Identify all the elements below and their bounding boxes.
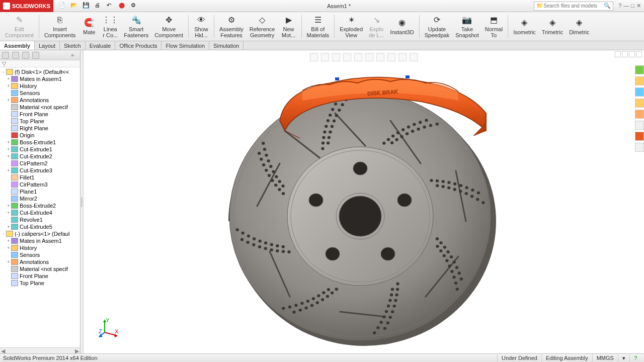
tree-item[interactable]: +Annotations [0, 97, 80, 104]
tree-item[interactable]: Revolve1 [0, 216, 80, 223]
ribbon-bill-of-materials[interactable]: ☰Bill ofMaterials [304, 13, 333, 40]
fm-tab-3[interactable] [22, 52, 29, 59]
ribbon-take-snapshot[interactable]: 📷TakeSnapshot [452, 13, 481, 40]
tree-item[interactable]: +Cut-Extrude4 [0, 209, 80, 216]
tree-item[interactable]: CirPattern3 [0, 181, 80, 188]
tree-item[interactable]: +Cut-Extrude5 [0, 223, 80, 230]
tp-file-explorer-icon[interactable] [635, 87, 644, 97]
tree-item[interactable]: +Cut-Extrude3 [0, 167, 80, 174]
vp-close-icon[interactable] [636, 51, 642, 57]
ribbon-update-speedpak[interactable]: ⟳UpdateSpeedpak [422, 13, 453, 40]
expand-icon[interactable]: + [6, 245, 11, 250]
tp-view-palette-icon[interactable] [635, 99, 644, 108]
fm-tab-2[interactable] [12, 52, 19, 59]
tree-item[interactable]: Mirror2 [0, 195, 80, 202]
tree-item[interactable]: +History [0, 82, 80, 89]
expand-icon[interactable]: + [6, 147, 11, 152]
ribbon-linear-co[interactable]: ⋮⋮Linear Co... [100, 13, 121, 40]
tree-item[interactable]: +History [0, 244, 80, 251]
tree-item[interactable]: Origin [0, 132, 80, 139]
tree-item[interactable]: Front Plane [0, 111, 80, 118]
search-input[interactable] [543, 3, 604, 9]
ribbon-instant3d[interactable]: ◉Instant3D [387, 13, 417, 40]
search-icon[interactable]: 🔍 [604, 3, 611, 9]
tree-item[interactable]: Material <not specif [0, 104, 80, 111]
tree-item[interactable]: -(f) Disk<1> (Default<< [0, 68, 80, 75]
status-units[interactable]: MMGS [592, 354, 618, 362]
feature-tree[interactable]: -(f) Disk<1> (Default<<+Mates in Assem1+… [0, 67, 80, 347]
ribbon-insert-components[interactable]: ⎘InsertComponents [41, 13, 78, 40]
tp-custom-props-icon[interactable] [635, 121, 644, 130]
ribbon-smart-fasteners[interactable]: 🔩SmartFasteners [121, 13, 151, 40]
tree-item[interactable]: Fillet1 [0, 174, 80, 181]
tree-item[interactable]: +Mates in Assem1 [0, 75, 80, 82]
help-icon[interactable]: ? [618, 3, 621, 9]
tree-item[interactable]: -(-) calipers<1> (Defaul [0, 230, 80, 237]
expand-icon[interactable]: + [6, 140, 11, 145]
ribbon-isometric[interactable]: ◈Isometric [510, 13, 539, 40]
open-icon[interactable]: 📂 [70, 2, 78, 10]
ribbon-show-hidden[interactable]: 👁ShowHid... [191, 13, 212, 40]
vp-restore-icon[interactable] [629, 51, 635, 57]
vp-max-icon[interactable] [622, 51, 628, 57]
expand-icon[interactable]: + [6, 203, 11, 208]
cmdtab-simulation[interactable]: Simulation [209, 41, 244, 50]
ribbon-new-motion[interactable]: ▶NewMot... [278, 13, 299, 40]
ribbon-trimetric[interactable]: ◈Trimetric [539, 13, 566, 40]
filter-bar[interactable]: ▽ [0, 60, 80, 67]
vp-min-icon[interactable] [615, 51, 621, 57]
tp-design-lib-icon[interactable] [635, 76, 644, 85]
search-box[interactable]: 📁 🔍 [534, 2, 613, 11]
expand-icon[interactable]: - [1, 69, 6, 74]
cmdtab-evaluate[interactable]: Evaluate [86, 41, 116, 50]
ribbon-move-component[interactable]: ✥MoveComponent [151, 13, 186, 40]
expand-icon[interactable]: + [6, 259, 11, 264]
new-icon[interactable]: 📄 [58, 2, 66, 10]
expand-icon[interactable]: + [6, 224, 11, 229]
expand-icon[interactable]: + [6, 154, 11, 159]
ribbon-assembly-features[interactable]: ⚙AssemblyFeatures [216, 13, 247, 40]
ribbon-exploded-view[interactable]: ✶ExplodedView [337, 13, 366, 40]
undo-icon[interactable]: ↶ [107, 2, 115, 10]
tree-item[interactable]: +Boss-Extrude2 [0, 202, 80, 209]
ribbon-dimetric[interactable]: ◈Dimetric [566, 13, 592, 40]
status-help-icon[interactable]: ? [629, 354, 641, 362]
tp-resources-icon[interactable] [635, 65, 644, 74]
status-dropdown-icon[interactable]: ▾ [618, 354, 629, 362]
cmdtab-office-products[interactable]: Office Products [115, 41, 162, 50]
print-icon[interactable]: 🖨 [95, 2, 103, 10]
tree-item[interactable]: CirPattern2 [0, 160, 80, 167]
tree-item[interactable]: Top Plane [0, 280, 80, 287]
expand-icon[interactable]: + [6, 83, 11, 88]
ribbon-mate[interactable]: 🧲Mate [78, 13, 100, 40]
expand-icon[interactable]: + [6, 98, 11, 103]
tree-item[interactable]: Plane1 [0, 188, 80, 195]
expand-icon[interactable]: + [6, 76, 11, 81]
tree-item[interactable]: Right Plane [0, 125, 80, 132]
tree-item[interactable]: +Mates in Assem1 [0, 237, 80, 244]
expand-icon[interactable]: + [6, 168, 11, 173]
fm-tab-4[interactable] [32, 52, 39, 59]
ribbon-reference-geometry[interactable]: ◇ReferenceGeometry [247, 13, 278, 40]
maximize-icon[interactable]: □ [631, 3, 634, 9]
tp-appearances-icon[interactable] [635, 110, 644, 119]
close-icon[interactable]: ✕ [636, 3, 641, 9]
fm-tab-1[interactable] [2, 52, 9, 59]
ribbon-normal-to[interactable]: ⬒NormalTo [482, 13, 506, 40]
tp-forum-icon[interactable] [635, 132, 644, 141]
rebuild-icon[interactable]: ⬤ [119, 2, 127, 10]
tree-item[interactable]: +Boss-Extrude1 [0, 139, 80, 146]
tree-item[interactable]: +Cut-Extrude1 [0, 146, 80, 153]
cmdtab-sketch[interactable]: Sketch [60, 41, 86, 50]
tree-item[interactable]: +Annotations [0, 258, 80, 265]
minimize-icon[interactable]: — [623, 3, 629, 9]
expand-icon[interactable]: - [1, 231, 6, 236]
tree-item[interactable]: Sensors [0, 251, 80, 258]
tree-item[interactable]: Material <not specif [0, 265, 80, 273]
save-icon[interactable]: 💾 [83, 2, 91, 10]
fm-flyout-icon[interactable]: » [71, 52, 78, 59]
tree-item[interactable]: Top Plane [0, 118, 80, 125]
graphics-viewport[interactable]: DISK BRAK Y X Z [84, 50, 644, 353]
options-icon[interactable]: ⚙ [131, 2, 139, 10]
cmdtab-assembly[interactable]: Assembly [0, 41, 35, 50]
